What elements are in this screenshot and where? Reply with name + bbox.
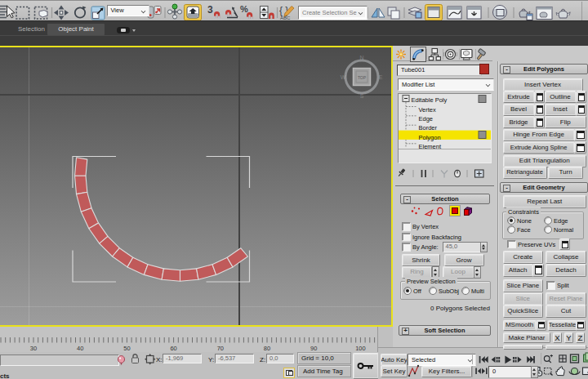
svg-text:80: 80 — [264, 345, 270, 352]
svg-text:N: N — [359, 55, 363, 60]
svg-text:3: 3 — [207, 4, 213, 16]
svg-text:60: 60 — [170, 345, 176, 352]
svg-text:W: W — [341, 74, 346, 80]
svg-text:40: 40 — [77, 345, 83, 352]
svg-text:100: 100 — [355, 345, 366, 352]
svg-text:30: 30 — [30, 345, 37, 352]
svg-text:%: % — [240, 4, 248, 14]
svg-text:50: 50 — [123, 345, 130, 352]
svg-text:70: 70 — [217, 345, 224, 352]
svg-text:S: S — [360, 93, 364, 99]
svg-text:90: 90 — [310, 345, 317, 352]
svg-text:E: E — [379, 74, 383, 80]
svg-text:TOP: TOP — [358, 75, 367, 80]
